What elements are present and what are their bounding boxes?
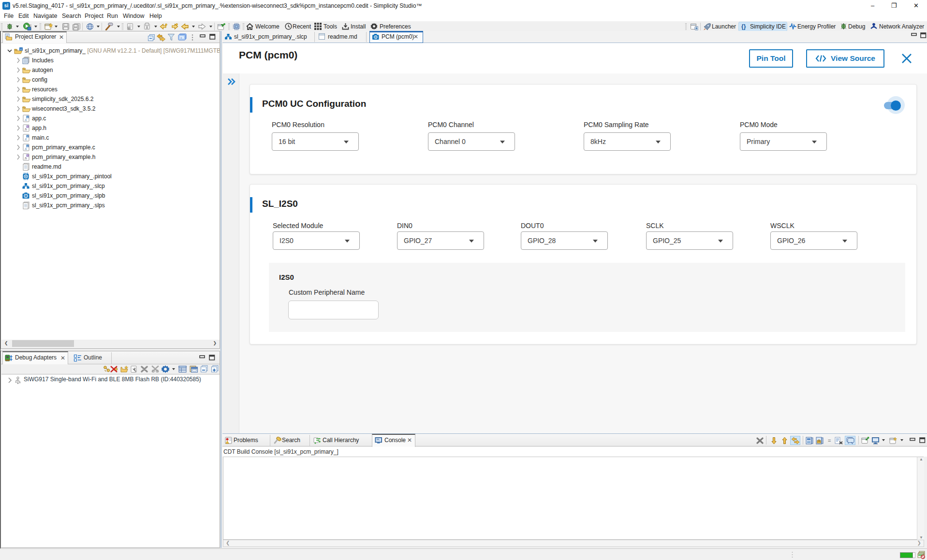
svg-text:.c: .c [24, 147, 27, 150]
svg-text:h: h [27, 154, 28, 157]
svg-text:c: c [27, 135, 29, 138]
svg-text:.c: .c [24, 118, 27, 121]
svg-text:.h: .h [24, 157, 27, 160]
svg-text:.c: .c [24, 137, 27, 141]
svg-text:h: h [27, 125, 28, 128]
svg-text:si: si [180, 36, 182, 39]
svg-text:c: c [20, 48, 22, 51]
svg-text:c: c [27, 144, 29, 147]
svg-text:c: c [27, 115, 29, 118]
svg-text:.h: .h [24, 128, 27, 131]
